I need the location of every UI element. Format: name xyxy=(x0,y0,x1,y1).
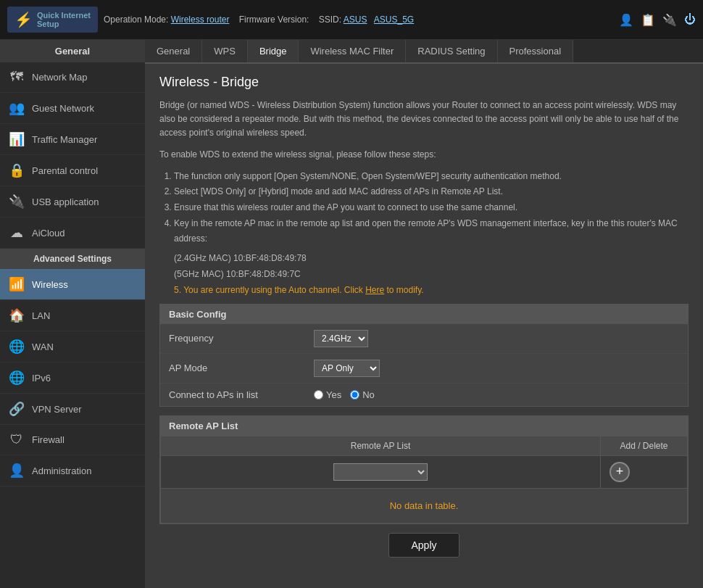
sidebar-item-lan[interactable]: 🏠 LAN xyxy=(0,300,145,331)
tab-general[interactable]: General xyxy=(145,40,202,62)
step-2: Select [WDS Only] or [Hybrid] mode and a… xyxy=(174,184,689,200)
sidebar-item-guest-network[interactable]: 👥 Guest Network xyxy=(0,93,145,124)
ap-mode-select[interactable]: AP Only WDS Only Hybrid xyxy=(314,360,380,377)
power-icon[interactable]: ⏻ xyxy=(684,13,696,26)
mac-info-5g: (5GHz MAC) 10:BF:48:D8:49:7C xyxy=(174,269,689,279)
ap-mode-label: AP Mode xyxy=(169,363,314,373)
remote-ap-add-cell: + xyxy=(601,455,688,488)
auto-channel-link[interactable]: Here xyxy=(365,285,384,295)
connect-label: Connect to APs in list xyxy=(169,389,314,400)
user-icon[interactable]: 👤 xyxy=(619,13,633,27)
remote-ap-col1-header: Remote AP List xyxy=(161,436,601,455)
connect-yes-radio[interactable] xyxy=(314,390,323,399)
sidebar-item-parental-control[interactable]: 🔒 Parental control xyxy=(0,155,145,186)
description-1: Bridge (or named WDS - Wireless Distribu… xyxy=(159,99,689,141)
network-map-icon: 🗺 xyxy=(9,70,25,85)
sidebar-item-guest-network-label: Guest Network xyxy=(32,103,94,114)
sidebar-item-wan-label: WAN xyxy=(32,341,54,352)
connect-control: Yes No xyxy=(314,389,375,400)
vpn-icon: 🔗 xyxy=(9,401,25,417)
page-title: Wireless - Bridge xyxy=(159,75,689,90)
sidebar-item-network-map-label: Network Map xyxy=(32,72,88,83)
description-2: To enable WDS to extend the wireless sig… xyxy=(159,148,689,162)
usb-icon[interactable]: 🔌 xyxy=(662,13,677,27)
remote-ap-table: Remote AP List Add / Delete xyxy=(160,436,688,523)
tab-professional[interactable]: Professional xyxy=(498,40,574,62)
sidebar-item-firewall-label: Firewall xyxy=(32,434,65,445)
connect-no-label[interactable]: No xyxy=(350,389,375,400)
connect-yes-text: Yes xyxy=(326,389,341,400)
no-data-row: No data in table. xyxy=(161,488,688,523)
topbar-icons: 👤 📋 🔌 ⏻ xyxy=(619,13,696,27)
frequency-select[interactable]: 2.4GHz 5GHz xyxy=(314,330,368,347)
lan-icon: 🏠 xyxy=(9,307,25,323)
ssid-value[interactable]: ASUS xyxy=(344,15,367,25)
ssid5g-value[interactable]: ASUS_5G xyxy=(374,15,414,25)
wan-icon: 🌐 xyxy=(9,339,25,355)
firewall-icon: 🛡 xyxy=(9,432,25,447)
sidebar-item-wireless[interactable]: 📶 Wireless xyxy=(0,269,145,300)
tab-radius-setting[interactable]: RADIUS Setting xyxy=(406,40,497,62)
guest-network-icon: 👥 xyxy=(9,100,25,116)
sidebar-item-ipv6-label: IPv6 xyxy=(32,373,51,384)
sidebar-item-wireless-label: Wireless xyxy=(32,279,68,290)
usb-app-icon: 🔌 xyxy=(9,194,25,210)
basic-config-header: Basic Config xyxy=(160,305,688,324)
copy-icon[interactable]: 📋 xyxy=(641,13,655,27)
sidebar-item-network-map[interactable]: 🗺 Network Map xyxy=(0,62,145,93)
tab-wps[interactable]: WPS xyxy=(202,40,248,62)
connect-radio-group: Yes No xyxy=(314,389,375,400)
remote-ap-input-select[interactable] xyxy=(333,463,428,481)
connect-yes-label[interactable]: Yes xyxy=(314,389,341,400)
tab-bar: General WPS Bridge Wireless MAC Filter R… xyxy=(145,40,703,64)
step-1: The function only support [Open System/N… xyxy=(174,169,689,185)
content-area: General WPS Bridge Wireless MAC Filter R… xyxy=(145,40,703,588)
topbar-info: Operation Mode: Wireless router Firmware… xyxy=(104,15,414,25)
sidebar-item-administration[interactable]: 👤 Administration xyxy=(0,455,145,486)
sidebar-item-traffic-manager-label: Traffic Manager xyxy=(32,134,97,145)
connect-no-radio[interactable] xyxy=(350,390,359,399)
no-data-message: No data in table. xyxy=(170,494,678,517)
add-remote-ap-button[interactable]: + xyxy=(610,462,630,482)
connect-row: Connect to APs in list Yes No xyxy=(160,384,688,406)
ssid-label: SSID: xyxy=(319,15,341,25)
remote-ap-section: Remote AP List Remote AP List Add / Dele… xyxy=(159,415,689,524)
step-3: Ensure that this wireless router and the… xyxy=(174,200,689,216)
setup-icon: ⚡ xyxy=(14,11,33,28)
operation-mode-label: Operation Mode: xyxy=(104,15,168,25)
top-bar: ⚡ Quick InternetSetup Operation Mode: Wi… xyxy=(0,0,703,40)
sidebar-item-traffic-manager[interactable]: 📊 Traffic Manager xyxy=(0,124,145,155)
general-section-header: General xyxy=(0,40,145,62)
sidebar: General 🗺 Network Map 👥 Guest Network 📊 … xyxy=(0,40,145,588)
main-layout: General 🗺 Network Map 👥 Guest Network 📊 … xyxy=(0,40,703,588)
administration-icon: 👤 xyxy=(9,463,25,479)
auto-channel-text2: to modify. xyxy=(384,285,423,295)
sidebar-item-ipv6[interactable]: 🌐 IPv6 xyxy=(0,363,145,394)
parental-control-icon: 🔒 xyxy=(9,162,25,178)
auto-channel-note: 5. You are currently using the Auto chan… xyxy=(174,285,689,295)
no-data-cell: No data in table. xyxy=(161,488,688,523)
aicloud-icon: ☁ xyxy=(9,225,25,241)
sidebar-item-vpn-server[interactable]: 🔗 VPN Server xyxy=(0,394,145,425)
ap-mode-row: AP Mode AP Only WDS Only Hybrid xyxy=(160,354,688,384)
sidebar-item-usb-application-label: USB application xyxy=(32,196,99,207)
sidebar-item-administration-label: Administration xyxy=(32,465,91,476)
advanced-settings-header: Advanced Settings xyxy=(0,249,145,269)
firmware-label: Firmware Version: xyxy=(239,15,309,25)
sidebar-item-wan[interactable]: 🌐 WAN xyxy=(0,331,145,363)
sidebar-item-firewall[interactable]: 🛡 Firewall xyxy=(0,425,145,455)
wireless-icon: 📶 xyxy=(9,276,25,292)
tab-wireless-mac-filter[interactable]: Wireless MAC Filter xyxy=(299,40,406,62)
traffic-manager-icon: 📊 xyxy=(9,131,25,147)
remote-ap-col2-header: Add / Delete xyxy=(601,436,688,455)
auto-channel-text: 5. You are currently using the Auto chan… xyxy=(174,285,365,295)
frequency-label: Frequency xyxy=(169,333,314,344)
sidebar-item-aicloud-label: AiCloud xyxy=(32,228,65,239)
sidebar-item-usb-application[interactable]: 🔌 USB application xyxy=(0,186,145,218)
operation-mode-value[interactable]: Wireless router xyxy=(171,15,230,25)
quick-internet-setup-button[interactable]: ⚡ Quick InternetSetup xyxy=(7,7,98,33)
apply-button[interactable]: Apply xyxy=(388,533,459,558)
tab-bridge[interactable]: Bridge xyxy=(248,40,299,62)
sidebar-item-aicloud[interactable]: ☁ AiCloud xyxy=(0,218,145,249)
ap-mode-control: AP Only WDS Only Hybrid xyxy=(314,360,380,377)
